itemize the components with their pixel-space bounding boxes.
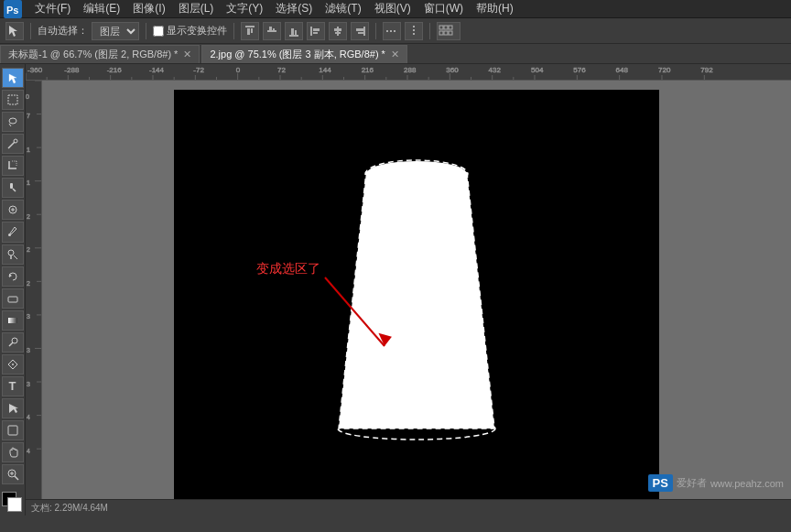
path-select-btn[interactable]: [2, 398, 24, 418]
auto-select-dropdown[interactable]: 图层: [92, 22, 139, 40]
svg-rect-4: [247, 28, 250, 35]
svg-rect-59: [8, 426, 17, 435]
tab-close-1[interactable]: ✕: [183, 49, 191, 60]
menu-layer[interactable]: 图层(L): [173, 0, 220, 18]
move-cursor-icon: [5, 22, 24, 40]
menu-select[interactable]: 选择(S): [270, 0, 318, 18]
svg-rect-9: [289, 35, 298, 37]
bg-color[interactable]: [7, 497, 22, 512]
distribute-icon[interactable]: [383, 22, 401, 40]
align-left-icon[interactable]: [307, 22, 325, 40]
svg-text:-216: -216: [107, 66, 123, 74]
align-top-icon[interactable]: [241, 22, 259, 40]
svg-text:0: 0: [26, 93, 29, 100]
clone-stamp-btn[interactable]: [2, 244, 24, 265]
menu-edit[interactable]: 编辑(E): [78, 0, 125, 18]
sep1: [30, 23, 31, 39]
align-bottom-icon[interactable]: [285, 22, 303, 40]
svg-rect-17: [335, 32, 341, 34]
marquee-tool-btn[interactable]: [2, 90, 24, 110]
align-right-icon[interactable]: [351, 22, 369, 40]
tab-file1[interactable]: 未标题-1 @ 66.7% (图层 2, RGB/8#) * ✕: [0, 45, 200, 63]
magic-wand-btn[interactable]: [2, 134, 24, 154]
canvas-wrapper: 0 7 1 1 2 2 2 3 3 3 4 4: [26, 81, 791, 499]
menu-image[interactable]: 图像(I): [127, 0, 170, 18]
main-area: T -360 -288: [0, 64, 791, 516]
eraser-btn[interactable]: [2, 288, 24, 309]
svg-point-35: [9, 118, 16, 124]
svg-rect-13: [313, 28, 320, 31]
svg-text:0: 0: [236, 66, 241, 74]
svg-rect-23: [394, 30, 396, 32]
lasso-tool-btn[interactable]: [2, 112, 24, 132]
svg-line-56: [9, 342, 13, 346]
shape-btn[interactable]: [2, 420, 24, 440]
menu-help[interactable]: 帮助(H): [471, 0, 519, 18]
svg-rect-5: [251, 28, 253, 33]
tab-file2[interactable]: 2.jpg @ 75.1% (图层 3 副本, RGB/8#) * ✕: [201, 45, 407, 63]
fg-bg-colors[interactable]: [2, 492, 24, 512]
svg-rect-53: [8, 297, 17, 302]
svg-rect-22: [390, 30, 392, 32]
horizontal-ruler: -360 -288 -216 -144 -72 0 72 144 216 288…: [26, 64, 791, 81]
align-hcenter-icon[interactable]: [329, 22, 347, 40]
distribute2-icon[interactable]: [405, 22, 423, 40]
grid-icon[interactable]: [437, 22, 461, 40]
align-vcenter-icon[interactable]: [263, 22, 281, 40]
move-tool-btn[interactable]: [2, 68, 24, 88]
svg-rect-54: [8, 318, 17, 323]
svg-text:792: 792: [700, 66, 713, 74]
svg-rect-6: [267, 30, 276, 32]
menu-file[interactable]: 文件(F): [29, 0, 76, 18]
dodge-btn[interactable]: [2, 332, 24, 353]
hand-btn[interactable]: [2, 442, 24, 462]
history-brush-btn[interactable]: [2, 266, 24, 287]
svg-rect-21: [386, 30, 388, 32]
menu-view[interactable]: 视图(V): [369, 0, 417, 18]
svg-rect-32: [449, 31, 452, 35]
menu-window[interactable]: 窗口(W): [418, 0, 469, 18]
svg-text:72: 72: [277, 66, 286, 74]
canvas-area[interactable]: 变成选区了 PS 爱好者 www.peahz.com: [42, 81, 791, 499]
svg-text:-288: -288: [64, 66, 80, 74]
text-tool-btn[interactable]: T: [2, 376, 24, 396]
svg-text:360: 360: [446, 66, 459, 74]
brush-tool-btn[interactable]: [2, 222, 24, 242]
menu-text[interactable]: 文字(Y): [221, 0, 268, 18]
show-transform-checkbox[interactable]: [153, 26, 164, 37]
gradient-btn[interactable]: [2, 310, 24, 331]
svg-text:432: 432: [489, 66, 502, 74]
ps-logo: Ps: [4, 0, 22, 18]
svg-text:4: 4: [27, 448, 30, 454]
svg-marker-2: [9, 26, 17, 37]
zoom-btn[interactable]: [2, 464, 24, 484]
svg-text:-360: -360: [27, 66, 43, 74]
svg-rect-14: [313, 32, 318, 34]
pen-btn[interactable]: [2, 354, 24, 375]
sep5: [429, 23, 430, 39]
svg-text:-72: -72: [193, 66, 204, 74]
svg-marker-58: [9, 404, 18, 413]
svg-text:-144: -144: [149, 66, 165, 74]
tab-bar: 未标题-1 @ 66.7% (图层 2, RGB/8#) * ✕ 2.jpg @…: [0, 44, 791, 64]
svg-rect-28: [444, 26, 448, 29]
svg-text:3: 3: [27, 381, 30, 387]
svg-rect-8: [273, 28, 275, 32]
svg-text:2: 2: [27, 213, 30, 220]
photoshop-canvas: 变成选区了: [174, 90, 659, 499]
tab-close-2[interactable]: ✕: [391, 49, 399, 60]
svg-point-138: [366, 161, 467, 187]
svg-text:7: 7: [27, 113, 30, 119]
svg-rect-25: [413, 29, 415, 31]
svg-text:648: 648: [616, 66, 629, 74]
show-transform-label[interactable]: 显示变换控件: [153, 24, 227, 38]
svg-rect-7: [269, 27, 272, 30]
svg-rect-31: [444, 31, 448, 35]
svg-rect-24: [413, 26, 415, 27]
healing-brush-btn[interactable]: [2, 200, 24, 220]
svg-rect-10: [291, 28, 294, 35]
crop-tool-btn[interactable]: [2, 156, 24, 176]
svg-point-57: [12, 364, 14, 365]
eyedropper-btn[interactable]: [2, 178, 24, 198]
menu-filter[interactable]: 滤镜(T): [320, 0, 366, 18]
